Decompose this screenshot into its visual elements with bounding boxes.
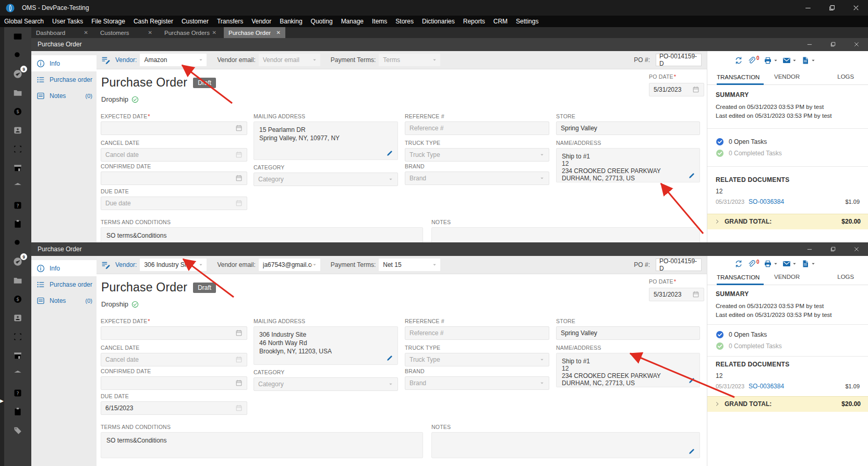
attachments-button[interactable]: 0 — [747, 260, 760, 268]
mailing-address-box[interactable]: 15 Pearlamn DR Spring Valley, NY, 10977,… — [254, 121, 398, 160]
store-value[interactable]: Spring Valley — [556, 326, 700, 340]
money-icon[interactable]: $ — [4, 102, 31, 121]
email-button[interactable] — [782, 260, 797, 268]
window-titlebar[interactable]: Purchase Order — [31, 38, 868, 51]
edit-pencil-icon[interactable] — [386, 150, 393, 157]
scan-icon[interactable] — [4, 327, 31, 346]
completed-tasks-row[interactable]: 0 Completed Tasks — [716, 340, 860, 352]
search-icon[interactable] — [4, 46, 31, 65]
tasks-icon[interactable]: 9 — [4, 65, 31, 83]
bank-icon[interactable] — [4, 365, 31, 384]
clipboard-icon[interactable] — [4, 215, 31, 234]
document-button[interactable] — [801, 260, 816, 268]
mailing-address-box[interactable]: 306 Industry Site 46 North Way Rd Brookl… — [254, 326, 398, 365]
store-icon[interactable] — [4, 346, 31, 365]
sidebar-item-info[interactable]: Info — [31, 260, 97, 276]
store-value[interactable]: Spring Valley — [556, 121, 700, 135]
folder-icon[interactable] — [4, 83, 31, 102]
print-button[interactable] — [764, 56, 778, 65]
os-minimize-button[interactable] — [796, 0, 820, 16]
dashboard-icon[interactable] — [4, 27, 31, 46]
money-icon[interactable]: $ — [4, 290, 31, 309]
menu-item-user-tasks[interactable]: User Tasks — [48, 18, 87, 25]
clipboard-icon[interactable] — [4, 402, 31, 421]
truck-type-select[interactable]: Truck Type — [405, 353, 549, 366]
completed-tasks-row[interactable]: 0 Completed Tasks — [716, 148, 860, 159]
contact-icon[interactable] — [4, 309, 31, 327]
reference-input[interactable]: Reference # — [405, 326, 549, 340]
folder-icon[interactable] — [4, 271, 31, 290]
po-number-input[interactable]: PO-0014159-D — [656, 54, 702, 66]
brand-select[interactable]: Brand — [405, 376, 549, 390]
open-tasks-row[interactable]: 0 Open Tasks — [716, 136, 860, 148]
rail-expander[interactable]: ▶ — [0, 398, 4, 403]
payment-terms-select[interactable]: Terms — [379, 54, 440, 66]
notes-box[interactable] — [431, 432, 700, 458]
cancel-date-input[interactable]: Cancel date — [101, 353, 247, 366]
sidebar-item-notes[interactable]: Notes (0) — [31, 292, 97, 309]
menu-item-cash-register[interactable]: Cash Register — [129, 18, 177, 25]
window-titlebar[interactable]: Purchase Order — [31, 242, 868, 256]
menu-item-reports[interactable]: Reports — [459, 18, 489, 25]
edit-pencil-icon[interactable] — [688, 448, 695, 455]
po-date-input[interactable]: 5/31/2023 — [649, 83, 704, 96]
doc-link[interactable]: SO-0036384 — [749, 198, 784, 205]
help-icon[interactable]: ? — [4, 196, 31, 215]
due-date-input[interactable]: 6/15/2023 — [101, 401, 247, 415]
menu-item-quoting[interactable]: Quoting — [307, 18, 337, 25]
due-date-input[interactable]: Due date — [101, 197, 247, 210]
category-select[interactable]: Category — [254, 173, 398, 186]
edit-pencil-icon[interactable] — [688, 172, 695, 179]
tab-logs[interactable]: LOGS — [811, 73, 858, 84]
menu-item-global-search[interactable]: Global Search — [0, 18, 48, 25]
window-close-button[interactable] — [845, 242, 868, 256]
refresh-icon[interactable] — [734, 260, 743, 268]
menu-item-crm[interactable]: CRM — [489, 18, 512, 25]
document-button[interactable] — [801, 56, 816, 65]
tag-icon[interactable] — [4, 421, 31, 440]
po-date-input[interactable]: 5/31/2023 — [649, 288, 704, 301]
scan-icon[interactable] — [4, 140, 31, 158]
menu-item-stores[interactable]: Stores — [391, 18, 418, 25]
sidebar-item-purchase-order[interactable]: Purchase order — [31, 71, 97, 88]
attachments-button[interactable]: 0 — [747, 56, 760, 65]
truck-type-select[interactable]: Truck Type — [405, 148, 549, 162]
menu-item-dictionaries[interactable]: Dictionaries — [418, 18, 459, 25]
vendor-select[interactable]: Amazon — [140, 54, 207, 66]
email-button[interactable] — [782, 56, 797, 65]
payment-terms-select[interactable]: Net 15 — [379, 259, 440, 271]
sidebar-item-notes[interactable]: Notes (0) — [31, 88, 97, 104]
menu-item-banking[interactable]: Banking — [275, 18, 306, 25]
expected-date-input[interactable] — [101, 326, 247, 340]
menu-item-file-storage[interactable]: File Storage — [87, 18, 129, 25]
tab-vendor[interactable]: VENDOR — [764, 73, 811, 84]
tab-transaction[interactable]: TRANSACTION — [717, 274, 764, 285]
tab-close-icon[interactable]: ✕ — [276, 30, 281, 35]
tab-vendor[interactable]: VENDOR — [764, 274, 811, 285]
print-button[interactable] — [764, 260, 778, 268]
doc-link[interactable]: SO-0036384 — [749, 383, 784, 390]
tasks-icon[interactable]: 9 — [4, 252, 31, 271]
help-icon[interactable]: ? — [4, 384, 31, 402]
cancel-date-input[interactable]: Cancel date — [101, 148, 247, 162]
tab-close-icon[interactable]: ✕ — [148, 30, 152, 35]
window-restore-button[interactable] — [821, 38, 845, 51]
contact-icon[interactable] — [4, 121, 31, 140]
grand-total-row[interactable]: GRAND TOTAL: $20.00 — [707, 214, 868, 229]
tab-purchase-orders[interactable]: Purchase Orders✕ — [160, 27, 221, 38]
refresh-icon[interactable] — [734, 56, 743, 65]
vendor-email-select[interactable]: ja67543@gmail.com — [259, 259, 320, 271]
tab-purchase-order[interactable]: Purchase Order✕ — [224, 27, 285, 38]
tab-dashboard[interactable]: Dashboard✕ — [31, 27, 93, 38]
vendor-select[interactable]: 306 Industry Site — [140, 259, 207, 271]
terms-box[interactable]: SO terms&Conditions — [101, 432, 423, 458]
reference-input[interactable]: Reference # — [405, 121, 549, 135]
menu-item-customer[interactable]: Customer — [177, 18, 213, 25]
tab-transaction[interactable]: TRANSACTION — [717, 74, 764, 85]
os-close-button[interactable] — [844, 0, 868, 16]
terms-box[interactable]: SO terms&Conditions — [101, 227, 423, 242]
ship-to-box[interactable]: Ship to #1 12 234 CROOKED CREEK PARKWAY … — [556, 148, 700, 182]
search-icon[interactable] — [4, 234, 31, 252]
grand-total-row[interactable]: GRAND TOTAL: $20.00 — [707, 396, 868, 412]
menu-item-manage[interactable]: Manage — [337, 18, 368, 25]
